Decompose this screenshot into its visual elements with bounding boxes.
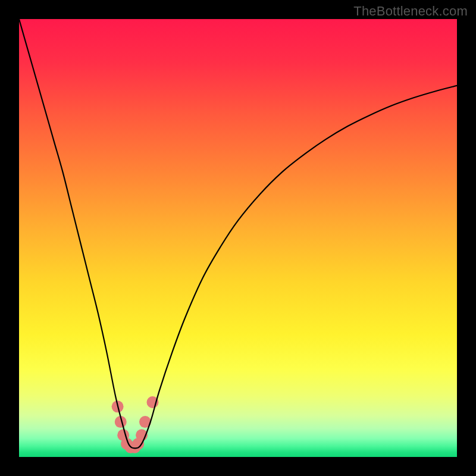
plot-area — [19, 19, 457, 457]
gradient-background — [19, 19, 457, 457]
chart-frame: TheBottleneck.com — [0, 0, 476, 476]
watermark-text: TheBottleneck.com — [353, 4, 468, 19]
chart-svg — [19, 19, 457, 457]
